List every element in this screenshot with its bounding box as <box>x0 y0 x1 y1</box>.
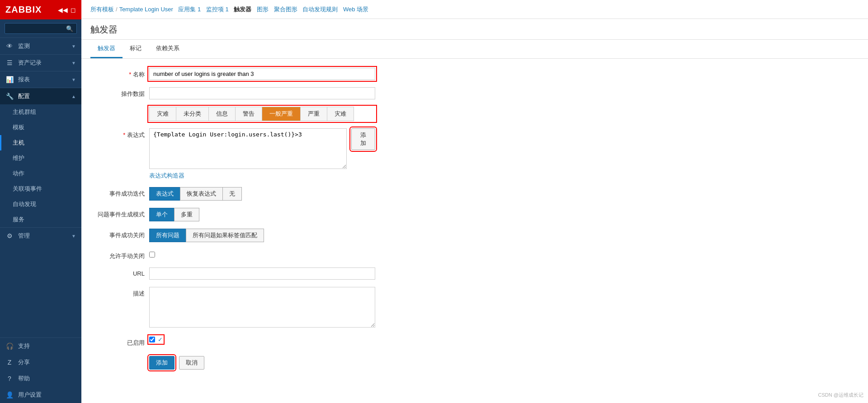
breadcrumb-agg-graph[interactable]: 聚合图形 <box>274 5 297 14</box>
severity-tabs: 灾难 未分类 信息 警告 一般严重 严重 <box>149 107 354 121</box>
manual-close-label: 允许手动关闭 <box>95 249 145 260</box>
opdata-field-wrap <box>149 87 375 99</box>
sidebar-item-actions[interactable]: 动作 <box>0 166 81 181</box>
expr-wrap: {Template Login User:login.users.last()}… <box>149 128 375 180</box>
desc-row: 描述 <box>95 287 854 329</box>
sidebar-item-support[interactable]: 🎧 支持 <box>0 338 81 354</box>
breadcrumb-auto-discover[interactable]: 自动发现规则 <box>302 5 338 14</box>
sidebar-item-user-settings[interactable]: 👤 用户设置 <box>0 387 81 403</box>
breadcrumb-web-scene[interactable]: Web 场景 <box>343 5 368 14</box>
recovery-label: 事件成功迭代 <box>95 187 145 198</box>
breadcrumb-sep <box>270 6 272 13</box>
sidebar-monitor-section: 👁 监测 ▼ <box>0 37 81 54</box>
recovery-row: 事件成功迭代 表达式 恢复表达式 无 <box>95 187 854 201</box>
enabled-row: 已启用 ✓ <box>95 336 854 347</box>
severity-tab-warning[interactable]: 警告 <box>236 107 262 121</box>
cancel-button[interactable]: 取消 <box>179 356 204 370</box>
severity-tab-average[interactable]: 一般严重 <box>262 107 301 121</box>
tab-tags[interactable]: 标记 <box>123 40 149 58</box>
sidebar-item-hosts[interactable]: 主机 <box>0 135 81 150</box>
gen-mode-single-btn[interactable]: 单个 <box>149 208 174 221</box>
sub-label: 关联项事件 <box>13 185 42 193</box>
breadcrumb-template-login[interactable]: Template Login User <box>119 6 173 13</box>
sidebar-item-manage[interactable]: ⚙ 管理 ▼ <box>0 228 81 244</box>
enabled-label: 已启用 <box>95 336 145 347</box>
breadcrumb-sep <box>231 6 232 13</box>
gen-mode-multi-btn[interactable]: 多重 <box>174 208 199 221</box>
sidebar-assets-section: ☰ 资产记录 ▼ <box>0 54 81 71</box>
breadcrumb-sep <box>175 6 177 13</box>
url-input[interactable] <box>149 267 375 280</box>
add-button[interactable]: 添加 <box>149 356 175 370</box>
ok-close-options-wrap: 所有问题 所有问题如果标签值匹配 <box>149 229 375 242</box>
manual-close-checkbox[interactable] <box>149 252 155 258</box>
sidebar-config-section: 🔧 配置 ▲ 主机群组 模板 主机 维护 动作 关联项事件 自动发现 服务 <box>0 88 81 227</box>
sidebar-bottom-label: 用户设置 <box>18 391 76 399</box>
collapse-icon[interactable]: ◀◀ <box>58 6 68 14</box>
opdata-input[interactable] <box>149 87 375 99</box>
tab-trigger[interactable]: 触发器 <box>90 40 123 58</box>
sub-label: 维护 <box>13 154 24 162</box>
sidebar-item-assets[interactable]: ☰ 资产记录 ▼ <box>0 55 81 71</box>
sidebar-item-maintenance[interactable]: 维护 <box>0 150 81 166</box>
sidebar-item-templates[interactable]: 模板 <box>0 120 81 135</box>
sidebar-item-label: 监测 <box>18 42 67 50</box>
form-content: 名称 操作数据 灾难 未分类 <box>81 59 868 403</box>
sidebar-item-reports[interactable]: 📊 报表 ▼ <box>0 71 81 88</box>
help-icon: ? <box>5 375 14 382</box>
expr-textarea[interactable]: {Template Login User:login.users.last()}… <box>149 128 347 169</box>
checkmark-icon: ✓ <box>158 336 163 343</box>
enabled-wrap: ✓ <box>149 336 375 344</box>
recovery-none-btn[interactable]: 无 <box>222 187 242 201</box>
add-expr-button[interactable]: 添加 <box>351 128 375 150</box>
sidebar-item-services[interactable]: 服务 <box>0 212 81 227</box>
sidebar-item-monitor[interactable]: 👁 监测 ▼ <box>0 38 81 54</box>
search-icon: 🔍 <box>66 25 73 32</box>
severity-tab-disaster[interactable]: 灾难 <box>327 107 354 121</box>
sidebar-item-related-events[interactable]: 关联项事件 <box>0 181 81 197</box>
sidebar-reports-section: 📊 报表 ▼ <box>0 71 81 88</box>
sidebar-item-host-groups[interactable]: 主机群组 <box>0 104 81 120</box>
nav-tabs: 触发器 标记 依赖关系 <box>81 40 868 59</box>
manage-icon: ⚙ <box>5 232 14 239</box>
severity-tab-unclassified[interactable]: 未分类 <box>176 107 209 121</box>
sidebar-item-share[interactable]: Z 分享 <box>0 354 81 370</box>
chevron-right-icon: ▼ <box>71 77 76 82</box>
name-row: 名称 <box>95 68 854 80</box>
desc-textarea[interactable] <box>149 287 375 328</box>
logo-area: ZABBIX ◀◀ ◻ <box>0 0 81 19</box>
breadcrumb-all-templates[interactable]: 所有模板 <box>90 5 114 14</box>
sub-label: 自动发现 <box>13 200 36 208</box>
sidebar-item-label: 报表 <box>18 75 67 84</box>
name-input[interactable] <box>149 68 375 80</box>
breadcrumb-monitor-item[interactable]: 监控项 1 <box>206 5 229 14</box>
ok-close-all-btn[interactable]: 所有问题 <box>149 229 186 242</box>
sidebar-search-area: 🔍 <box>0 19 81 37</box>
severity-tab-critical[interactable]: 灾难 <box>150 107 176 121</box>
enabled-checkbox[interactable] <box>149 337 155 342</box>
breadcrumb-graph[interactable]: 图形 <box>257 5 269 14</box>
breadcrumb-appset[interactable]: 应用集 1 <box>178 5 201 14</box>
sub-label: 主机 <box>13 139 24 147</box>
expand-icon[interactable]: ◻ <box>71 6 76 14</box>
sidebar-item-auto-discover[interactable]: 自动发现 <box>0 197 81 212</box>
watermark: CSDN @运维成长记 <box>818 392 863 398</box>
severity-row: 灾难 未分类 信息 警告 一般严重 严重 <box>95 107 854 121</box>
severity-tab-info[interactable]: 信息 <box>209 107 236 121</box>
sidebar-item-config[interactable]: 🔧 配置 ▲ <box>0 88 81 104</box>
recovery-recover-expr-btn[interactable]: 恢复表达式 <box>180 187 222 201</box>
ok-close-btn-group: 所有问题 所有问题如果标签值匹配 <box>149 229 375 242</box>
sub-label: 服务 <box>13 216 24 224</box>
recovery-expr-btn[interactable]: 表达式 <box>149 187 180 201</box>
breadcrumb-sep: / <box>116 6 118 13</box>
form-footer: 添加 取消 <box>95 356 854 370</box>
ok-close-tag-btn[interactable]: 所有问题如果标签值匹配 <box>186 229 264 242</box>
breadcrumb-sep <box>253 6 255 13</box>
sidebar-bottom-label: 支持 <box>18 342 76 350</box>
sidebar-item-help[interactable]: ? 帮助 <box>0 370 81 387</box>
tab-deps[interactable]: 依赖关系 <box>149 40 187 58</box>
main-content: 所有模板 / Template Login User 应用集 1 监控项 1 触… <box>81 0 868 403</box>
sub-label: 动作 <box>13 169 24 178</box>
severity-tab-high[interactable]: 严重 <box>301 107 327 121</box>
expr-builder-link[interactable]: 表达式构造器 <box>149 172 184 179</box>
